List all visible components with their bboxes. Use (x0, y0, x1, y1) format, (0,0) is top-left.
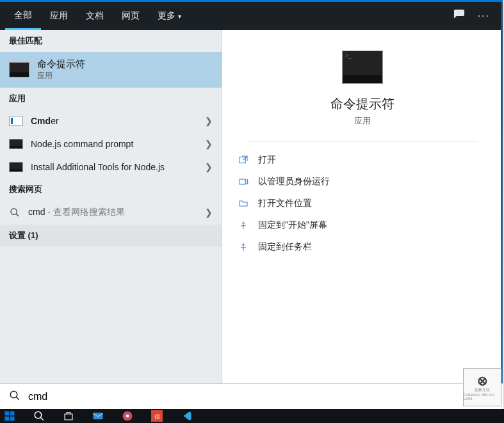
result-install-tools-label: Install Additional Tools for Node.js (31, 162, 197, 172)
section-search-web: 搜索网页 (0, 179, 222, 200)
tab-docs[interactable]: 文档 (77, 2, 113, 30)
svg-point-4 (10, 391, 17, 398)
svg-rect-9 (10, 417, 15, 421)
svg-line-1 (16, 214, 19, 216)
chevron-right-icon: ❯ (205, 162, 213, 172)
top-right-controls: ··· (453, 9, 498, 23)
chevron-right-icon: ❯ (205, 139, 213, 149)
svg-rect-3 (240, 179, 245, 184)
action-pin-start[interactable]: 固定到"开始"屏幕 (238, 214, 487, 236)
result-node-prompt-label: Node.js command prompt (31, 139, 197, 149)
search-taskbar-icon[interactable] (33, 410, 45, 422)
watermark: ⊗ 创新互联 CHUANG XIN HU LIAN (463, 368, 501, 406)
result-node-prompt[interactable]: Node.js command prompt ❯ (0, 132, 222, 156)
open-icon (238, 154, 249, 166)
svg-line-5 (16, 397, 19, 400)
svg-point-15 (126, 415, 129, 418)
search-bar[interactable] (0, 383, 503, 409)
taskbar: 信 (0, 409, 504, 423)
action-open-label: 打开 (258, 154, 276, 166)
action-run-admin[interactable]: 以管理员身份运行 (238, 171, 487, 193)
admin-icon (238, 176, 249, 188)
body: 最佳匹配 命令提示符 应用 应用 Cmder ❯ Node.js command… (0, 30, 503, 393)
svg-point-0 (11, 209, 17, 214)
tab-apps[interactable]: 应用 (41, 2, 77, 30)
start-icon[interactable] (4, 410, 15, 422)
terminal-icon (9, 162, 23, 172)
chevron-right-icon: ❯ (205, 207, 213, 218)
tabs: 全部 应用 文档 网页 更多 ▾ (5, 2, 190, 30)
terminal-icon (9, 139, 23, 149)
results-pane: 最佳匹配 命令提示符 应用 应用 Cmder ❯ Node.js command… (0, 30, 222, 393)
tab-all[interactable]: 全部 (5, 2, 41, 30)
action-pin-taskbar[interactable]: 固定到任务栏 (238, 236, 487, 258)
tab-more-label: 更多 (158, 10, 175, 22)
result-install-tools[interactable]: Install Additional Tools for Node.js ❯ (0, 156, 222, 179)
search-input[interactable] (28, 391, 494, 403)
action-run-admin-label: 以管理员身份运行 (258, 176, 330, 188)
app-icon[interactable]: 信 (151, 410, 163, 422)
scrollbar[interactable] (501, 2, 503, 395)
action-pin-taskbar-label: 固定到任务栏 (258, 241, 312, 253)
actions-list: 打开 以管理员身份运行 打开文件位置 (222, 149, 503, 258)
action-open-location-label: 打开文件位置 (258, 198, 312, 209)
svg-rect-12 (93, 413, 103, 420)
search-icon (9, 207, 20, 218)
terminal-icon (9, 62, 29, 77)
store-icon[interactable] (63, 410, 74, 422)
action-open[interactable]: 打开 (238, 149, 487, 171)
section-best-match: 最佳匹配 (0, 30, 222, 52)
more-options-icon[interactable]: ··· (478, 10, 490, 22)
chrome-icon[interactable] (122, 410, 133, 422)
result-web-search-label: cmd - 查看网络搜索结果 (28, 207, 197, 218)
section-settings[interactable]: 设置 (1) (0, 225, 222, 246)
pin-icon (238, 219, 249, 231)
preview-pane: 命令提示符 应用 打开 以管理员身份运行 (222, 30, 503, 393)
best-match-title: 命令提示符 (37, 58, 85, 70)
preview-subtitle: 应用 (354, 115, 371, 127)
action-pin-start-label: 固定到"开始"屏幕 (258, 219, 327, 231)
preview-terminal-icon (342, 51, 383, 84)
mail-icon[interactable] (92, 410, 104, 422)
result-cmder[interactable]: Cmder ❯ (0, 109, 222, 132)
best-match-item[interactable]: 命令提示符 应用 (0, 52, 222, 88)
best-match-text: 命令提示符 应用 (37, 58, 85, 81)
svg-point-10 (35, 411, 42, 419)
cmder-icon (9, 116, 23, 126)
chevron-down-icon: ▾ (178, 13, 181, 20)
watermark-text-bottom: CHUANG XIN HU LIAN (464, 393, 501, 401)
svg-rect-8 (5, 417, 10, 421)
preview-title: 命令提示符 (330, 95, 394, 113)
search-icon (9, 390, 20, 404)
chevron-right-icon: ❯ (205, 116, 213, 126)
tab-web[interactable]: 网页 (113, 2, 149, 30)
result-cmder-label: Cmder (31, 116, 197, 126)
vscode-icon[interactable] (181, 410, 192, 422)
action-open-location[interactable]: 打开文件位置 (238, 193, 487, 214)
svg-rect-6 (5, 411, 10, 416)
svg-line-11 (40, 417, 44, 420)
section-apps: 应用 (0, 88, 222, 109)
svg-rect-7 (10, 411, 15, 416)
feedback-icon[interactable] (453, 9, 465, 23)
search-window: 全部 应用 文档 网页 更多 ▾ ··· 最佳匹配 命令提示符 应用 (0, 0, 503, 393)
watermark-text-top: 创新互联 (475, 387, 490, 393)
filter-bar: 全部 应用 文档 网页 更多 ▾ ··· (0, 2, 503, 30)
watermark-logo: ⊗ (477, 374, 488, 387)
pin-icon (238, 241, 249, 253)
svg-rect-2 (240, 157, 245, 163)
svg-text:信: 信 (154, 413, 160, 420)
result-web-search[interactable]: cmd - 查看网络搜索结果 ❯ (0, 200, 222, 225)
best-match-subtitle: 应用 (37, 70, 85, 81)
divider (247, 141, 477, 141)
folder-icon (238, 198, 249, 209)
tab-more[interactable]: 更多 ▾ (149, 2, 190, 30)
